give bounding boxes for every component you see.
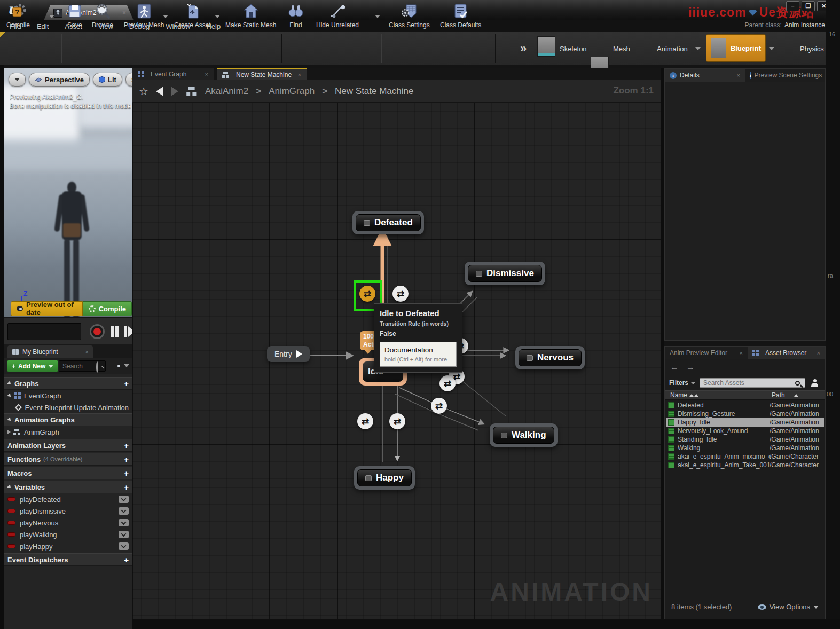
asset-row-standing-idle[interactable]: Standing_Idle /Game/Animation xyxy=(666,435,824,444)
record-button[interactable] xyxy=(90,324,105,339)
preview-mesh-chevron-icon[interactable] xyxy=(163,15,168,18)
asset-row-defeated[interactable]: Defeated /Game/Animation xyxy=(666,401,824,410)
browse-button[interactable]: Browse xyxy=(92,3,113,29)
transition-icon[interactable]: ⇄ xyxy=(389,413,405,429)
transition-icon[interactable]: ⇄ xyxy=(431,398,447,414)
tab-close-icon[interactable]: × xyxy=(737,72,740,78)
closed-eye-icon[interactable] xyxy=(119,496,129,503)
debug-filter-input[interactable] xyxy=(7,323,81,340)
nav-back-icon[interactable] xyxy=(156,87,163,96)
asset-row-walking[interactable]: Walking /Game/Animation xyxy=(666,444,824,452)
add-function-button[interactable]: + xyxy=(124,455,129,464)
tab-my-blueprint[interactable]: My Blueprint × xyxy=(7,345,93,358)
preview-viewport[interactable]: Perspective Lit Show Previewing AkaiAnim… xyxy=(4,68,132,317)
transition-icon[interactable]: ⇄ xyxy=(439,375,456,391)
variable-playnervous[interactable]: playNervous xyxy=(4,517,132,529)
tree-item-eventgraph[interactable]: EventGraph xyxy=(4,390,132,402)
state-node-walking[interactable]: Walking xyxy=(490,423,558,447)
breadcrumb-akaianim2[interactable]: AkaiAnim2 xyxy=(205,86,248,97)
animation-tab-label[interactable]: Animation xyxy=(657,45,688,53)
tab-close-icon[interactable]: × xyxy=(205,71,208,77)
search-assets-input[interactable] xyxy=(700,378,805,388)
create-asset-button[interactable]: Create Asset xyxy=(174,3,211,29)
add-animation-layer-button[interactable]: + xyxy=(124,441,129,450)
variable-playdefeated[interactable]: playDefeated xyxy=(4,493,132,505)
breadcrumb-animgraph[interactable]: AnimGraph xyxy=(269,86,315,97)
forward-arrow-icon[interactable]: → xyxy=(686,363,695,372)
hide-unrelated-button[interactable]: Hide Unrelated xyxy=(316,3,359,29)
view-options-button[interactable]: View Options xyxy=(758,603,819,611)
class-defaults-button[interactable]: Class Defaults xyxy=(440,3,481,29)
viewport-options-button[interactable] xyxy=(9,73,26,87)
perspective-button[interactable]: Perspective xyxy=(29,73,90,87)
pause-button[interactable] xyxy=(109,326,120,337)
document-tab-akaianim2[interactable]: AkaiAnim2* × xyxy=(44,5,134,20)
section-animation-layers[interactable]: Animation Layers + xyxy=(4,439,132,452)
section-event-dispatchers[interactable]: Event Dispatchers + xyxy=(4,553,132,566)
compile-button[interactable]: ? Compile xyxy=(6,3,30,29)
tree-item-animgraph[interactable]: AnimGraph xyxy=(4,426,132,438)
tab-close-icon[interactable]: × xyxy=(298,72,301,78)
show-button[interactable]: Show xyxy=(125,73,132,87)
create-asset-chevron-icon[interactable] xyxy=(215,15,220,18)
lit-button[interactable]: Lit xyxy=(93,73,122,87)
blueprint-tab-button[interactable]: Blueprint xyxy=(706,34,766,62)
section-graphs[interactable]: Graphs + xyxy=(4,377,132,390)
section-functions[interactable]: Functions (4 Overridable) + xyxy=(4,453,132,466)
tab-close-icon[interactable]: × xyxy=(817,350,820,356)
filters-dropdown[interactable]: Filters xyxy=(669,379,696,387)
person-icon[interactable] xyxy=(811,379,818,387)
closed-eye-icon[interactable] xyxy=(119,531,129,538)
add-macro-button[interactable]: + xyxy=(124,469,129,478)
add-new-button[interactable]: + Add New xyxy=(7,360,58,372)
column-name[interactable]: Name xyxy=(670,391,687,399)
tree-item-event-update-animation[interactable]: Event Blueprint Update Animation xyxy=(4,402,132,413)
back-arrow-icon[interactable]: ← xyxy=(670,363,679,372)
section-macros[interactable]: Macros + xyxy=(4,467,132,479)
tab-asset-browser[interactable]: Asset Browser × xyxy=(748,347,825,359)
add-variable-button[interactable]: + xyxy=(124,483,129,492)
physics-tab-label[interactable]: Physics xyxy=(800,45,824,53)
minimize-button[interactable]: – xyxy=(786,1,799,11)
tab-event-graph[interactable]: Event Graph × xyxy=(132,68,214,80)
variable-playdismissive[interactable]: playDismissive xyxy=(4,505,132,517)
tab-anim-preview-editor[interactable]: Anim Preview Editor × xyxy=(665,347,748,359)
state-node-dismissive[interactable]: Dismissive xyxy=(465,262,545,285)
my-blueprint-search-input[interactable] xyxy=(59,360,106,372)
hide-unrelated-chevron-icon[interactable] xyxy=(375,15,380,18)
section-animation-graphs[interactable]: Animation Graphs xyxy=(4,413,132,426)
asset-row-akai-take-001[interactable]: akai_e_espiritu_Anim_Take_001 /Game/Char… xyxy=(666,461,824,469)
entry-node[interactable]: Entry xyxy=(267,346,310,362)
preview-out-of-date-button[interactable]: Preview out of date xyxy=(11,301,83,316)
closed-eye-icon[interactable] xyxy=(119,542,129,550)
tab-details[interactable]: i Details × xyxy=(665,69,745,82)
transition-icon[interactable]: ⇄ xyxy=(357,413,373,429)
nav-forward-icon[interactable] xyxy=(171,87,178,96)
closed-eye-icon[interactable] xyxy=(119,507,129,515)
compile-options-chevron-icon[interactable] xyxy=(49,15,54,18)
asset-row-akai-mixamo[interactable]: akai_e_espiritu_Anim_mixamo_c /Game/Char… xyxy=(666,452,824,461)
animation-chevron-icon[interactable] xyxy=(695,47,701,50)
blueprint-chevron-icon[interactable] xyxy=(769,47,774,50)
viewport-compile-button[interactable]: Compile xyxy=(83,301,132,316)
variable-playwalking[interactable]: playWalking xyxy=(4,529,132,540)
find-button[interactable]: Find xyxy=(287,3,304,29)
state-node-happy[interactable]: Happy xyxy=(354,466,415,490)
menu-edit[interactable]: Edit xyxy=(37,22,49,30)
class-settings-button[interactable]: Class Settings xyxy=(389,3,430,29)
tab-new-state-machine[interactable]: New State Machine × xyxy=(217,68,307,80)
asset-row-happy-idle-selected[interactable]: Happy_Idle /Game/Animation xyxy=(666,418,824,427)
save-button[interactable]: Save xyxy=(66,3,83,29)
tab-close-icon[interactable]: × xyxy=(740,350,743,356)
chevron-down-icon[interactable] xyxy=(124,364,129,367)
asset-row-dismissing-gesture[interactable]: Dismissing_Gesture /Game/Animation xyxy=(666,410,824,418)
add-graph-button[interactable]: + xyxy=(124,379,129,388)
state-node-defeated[interactable]: Defeated xyxy=(352,211,424,234)
transition-icon[interactable]: ⇄ xyxy=(392,286,409,302)
closed-eye-icon[interactable] xyxy=(119,519,129,526)
mesh-tab-label[interactable]: Mesh xyxy=(613,45,630,53)
skeleton-thumbnail[interactable] xyxy=(537,36,555,57)
variable-playhappy[interactable]: playHappy xyxy=(4,540,132,552)
parent-class-link[interactable]: Anim Instance xyxy=(784,21,825,29)
state-node-nervous[interactable]: Nervous xyxy=(515,346,585,369)
